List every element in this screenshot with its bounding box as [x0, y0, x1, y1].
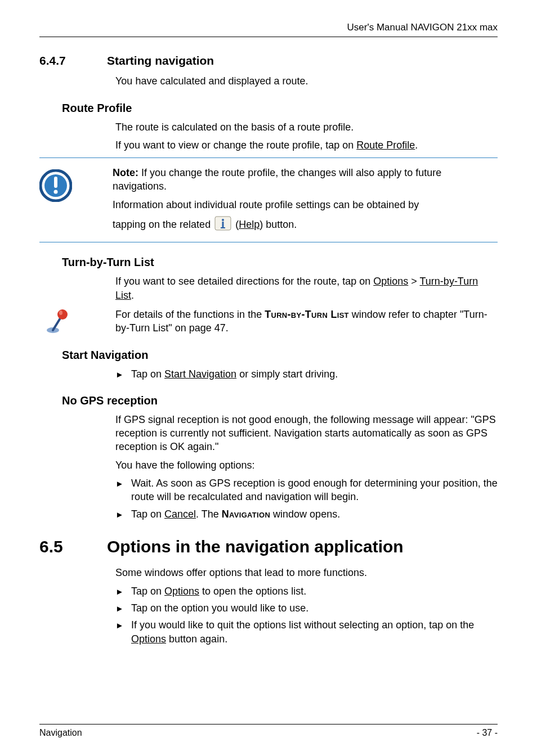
bullet-text: Tap on Options to open the options list. [131, 584, 498, 598]
tip-icon-cell [39, 308, 115, 335]
page-footer: Navigation - 37 - [39, 724, 498, 739]
route-profile-p2: If you want to view or change the route … [115, 138, 498, 152]
route-profile-p1: The route is calculated on the basis of … [115, 120, 498, 134]
text: If you want to see detailed directions f… [115, 276, 373, 287]
start-navigation-link[interactable]: Start Navigation [164, 368, 236, 380]
note-line3: tapping on the related (Help) button. [113, 216, 498, 234]
no-gps-heading: No GPS reception [62, 393, 498, 408]
help-button-icon[interactable] [214, 216, 231, 234]
intro-text: You have calculated and displayed a rout… [115, 74, 498, 88]
start-nav-heading: Start Navigation [62, 348, 498, 363]
bullet-text: If you would like to quit the options li… [131, 618, 498, 646]
note-line1: Note: If you change the route profile, t… [113, 166, 498, 194]
text: to open the options list. [199, 586, 306, 597]
heading-title: Starting navigation [107, 53, 214, 69]
note-line2: Information about individual route profi… [113, 198, 498, 212]
heading-6-4-7: 6.4.7 Starting navigation [39, 53, 498, 69]
bullet-icon: ► [115, 367, 131, 381]
options-link[interactable]: Options [131, 633, 166, 645]
list-item: ► Tap on Start Navigation or simply star… [115, 367, 498, 381]
svg-rect-6 [222, 222, 224, 228]
tip-row: For details of the functions in the Turn… [39, 308, 498, 335]
bullet-icon: ► [115, 584, 131, 598]
navigation-window-name: Navigation [222, 508, 270, 520]
cancel-link[interactable]: Cancel [164, 508, 196, 520]
help-link[interactable]: Help [239, 219, 259, 230]
text: If you want to view or change the route … [115, 140, 356, 151]
note-block: Note: If you change the route profile, t… [39, 158, 498, 242]
alert-icon [39, 169, 72, 202]
text: tapping on the related [113, 219, 213, 230]
s65-p1: Some windows offer options that lead to … [115, 566, 498, 579]
text: or simply start driving. [236, 368, 338, 380]
heading-number: 6.5 [39, 536, 107, 559]
page-header: User's Manual NAVIGON 21xx max [39, 21, 498, 37]
list-item: ► Tap on Cancel. The Navigation window o… [115, 507, 498, 521]
text: Tap on [131, 368, 164, 380]
text: window opens. [270, 508, 340, 520]
text: . [415, 140, 418, 151]
list-item: ► Wait. As soon as GPS reception is good… [115, 476, 498, 504]
route-profile-heading: Route Profile [62, 101, 498, 116]
svg-point-3 [54, 190, 58, 194]
heading-title: Options in the navigation application [107, 536, 404, 559]
options-link[interactable]: Options [373, 276, 408, 287]
pushpin-icon [45, 308, 70, 335]
footer-right: - 37 - [477, 727, 498, 739]
text: For details of the functions in the [115, 309, 265, 320]
bullet-text: Wait. As soon as GPS reception is good e… [131, 476, 498, 504]
bullet-icon: ► [115, 507, 131, 521]
no-gps-p1: If GPS signal reception is not good enou… [115, 413, 498, 454]
tbt-p1: If you want to see detailed directions f… [115, 274, 498, 302]
note-icon-cell [39, 161, 113, 202]
text: . The [196, 508, 222, 520]
text: button again. [166, 633, 227, 645]
heading-6-5: 6.5 Options in the navigation applicatio… [39, 536, 498, 559]
text: ) button. [259, 219, 297, 230]
note-bold: Note: [113, 167, 138, 178]
header-text: User's Manual NAVIGON 21xx max [347, 22, 498, 33]
svg-point-5 [222, 219, 224, 221]
heading-number: 6.4.7 [39, 53, 107, 69]
tip-text: For details of the functions in the Turn… [115, 308, 498, 335]
footer-left: Navigation [39, 727, 82, 739]
svg-rect-2 [54, 177, 57, 188]
tbt-window-name: Turn-by-Turn List [265, 309, 349, 320]
text: Tap on [131, 586, 164, 597]
text: > [408, 276, 419, 287]
list-item: ► If you would like to quit the options … [115, 618, 498, 646]
route-profile-link[interactable]: Route Profile [356, 140, 415, 151]
list-item: ► Tap on the option you would like to us… [115, 601, 498, 615]
text: Tap on [131, 508, 164, 520]
no-gps-p2: You have the following options: [115, 458, 498, 472]
list-item: ► Tap on Options to open the options lis… [115, 584, 498, 598]
svg-point-10 [59, 310, 62, 315]
bullet-text: Tap on Cancel. The Navigation window ope… [131, 507, 498, 521]
svg-point-9 [57, 309, 68, 320]
bullet-text: Tap on the option you would like to use. [131, 601, 498, 615]
bullet-text: Tap on Start Navigation or simply start … [131, 367, 498, 381]
bullet-icon: ► [115, 601, 131, 615]
text: If you change the route profile, the cha… [113, 167, 441, 192]
bullet-icon: ► [115, 618, 131, 646]
text: If you would like to quit the options li… [131, 619, 474, 631]
text: . [131, 290, 134, 301]
bullet-icon: ► [115, 476, 131, 504]
svg-rect-7 [221, 227, 225, 228]
tbt-heading: Turn-by-Turn List [62, 255, 498, 270]
options-link[interactable]: Options [164, 586, 199, 597]
